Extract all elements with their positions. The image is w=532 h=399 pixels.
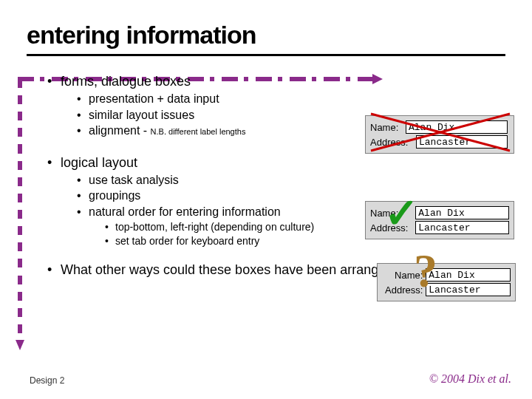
name-input[interactable]: Alan Dix [406,120,508,134]
subbullet: presentation + data input [77,91,505,107]
address-label: Address: [382,284,426,296]
form-example-bad: Name: Alan Dix Address: Lancaster [365,115,514,154]
address-input[interactable]: Lancaster [416,135,508,149]
address-label: Address: [370,137,416,148]
subbullet-note: N.B. different label lengths [151,127,246,136]
name-input[interactable]: Alan Dix [426,268,511,282]
name-label: Name: [382,270,426,281]
name-input[interactable]: Alan Dix [415,206,509,219]
footer-right: © 2004 Dix et al. [429,372,511,386]
decorative-line-left [18,80,22,340]
name-label: Name: [370,122,406,133]
bullet-text: forms, dialogue boxes [61,74,191,89]
decorative-arrow-bottom [16,340,24,350]
address-input[interactable]: Lancaster [426,283,511,296]
form-example-alt: Name: Alan Dix Address: Lancaster [377,263,516,301]
subbullet-text: natural order for entering information [89,205,281,218]
subbullet-text: alignment - [89,124,151,137]
address-input[interactable]: Lancaster [415,221,509,234]
name-label: Name: [370,208,415,219]
slide-content: forms, dialogue boxes presentation + dat… [47,74,505,278]
address-label: Address: [370,222,415,233]
slide-title: entering information [27,21,505,50]
title-underline [27,54,505,56]
subbullet: use task analysis [77,172,505,188]
footer-left: Design 2 [30,375,64,386]
bullet-text: logical layout [61,155,137,170]
form-example-good: Name: Alan Dix Address: Lancaster [365,201,514,239]
